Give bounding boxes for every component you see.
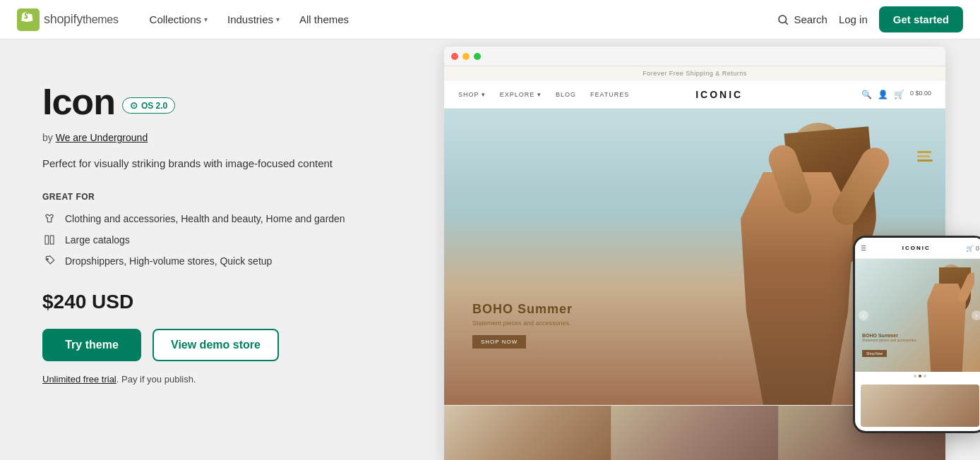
browser-minimize-dot bbox=[462, 53, 470, 60]
mobile-preview: ☰ ICONIC 🛒 0 ‹ › bbox=[853, 236, 980, 433]
theme-title: Icon bbox=[42, 82, 115, 122]
mobile-woman bbox=[918, 259, 974, 372]
theme-preview-panel: Forever Free Shipping & Returns SHOP ▾ E… bbox=[410, 40, 980, 460]
logo-text: shopifythemes bbox=[44, 12, 119, 27]
mobile-cart-icon: 🛒 0 bbox=[966, 245, 979, 252]
mobile-hero-subtitle: Statement pieces and accessories. bbox=[862, 338, 917, 342]
industries-nav-link[interactable]: Industries ▾ bbox=[219, 8, 288, 31]
demo-cart-icon: 🛒 bbox=[894, 90, 904, 99]
demo-thumb-1 bbox=[444, 406, 611, 460]
hero-shop-now-button[interactable]: Shop Now bbox=[472, 335, 526, 349]
demo-cart-count: 0 $0.00 bbox=[910, 90, 931, 99]
demo-shop-link: SHOP ▾ bbox=[458, 91, 486, 98]
next-arrow-icon[interactable]: › bbox=[972, 310, 980, 320]
mobile-menu-icon: ☰ bbox=[861, 245, 866, 252]
clothing-icon bbox=[42, 212, 56, 226]
all-themes-label: All themes bbox=[299, 13, 349, 25]
hero-subtitle: Statement pieces and accessories. bbox=[472, 320, 573, 327]
search-label: Search bbox=[794, 13, 827, 25]
demo-thumb-2 bbox=[611, 406, 778, 460]
svg-point-1 bbox=[779, 16, 787, 23]
theme-price: $240 USD bbox=[42, 291, 367, 313]
get-started-button[interactable]: Get started bbox=[879, 6, 963, 32]
author-link[interactable]: We are Underground bbox=[56, 132, 148, 143]
demo-blog-link: BLOG bbox=[556, 91, 576, 98]
feature-text-dropshippers: Dropshippers, High-volume stores, Quick … bbox=[65, 255, 272, 267]
nav-links: Collections ▾ Industries ▾ All themes bbox=[141, 8, 777, 31]
feature-item-dropshippers: Dropshippers, High-volume stores, Quick … bbox=[42, 254, 367, 268]
browser-maximize-dot bbox=[474, 53, 481, 60]
svg-rect-3 bbox=[45, 236, 49, 244]
feature-text-clothing: Clothing and accessories, Health and bea… bbox=[65, 213, 345, 224]
demo-nav: SHOP ▾ EXPLORE ▾ BLOG FEATURES ICONIC 🔍 … bbox=[444, 80, 945, 109]
mobile-brand: ICONIC bbox=[902, 245, 931, 251]
search-icon bbox=[777, 13, 789, 26]
os-badge-icon: ⊙ bbox=[130, 100, 138, 111]
mobile-nav: ☰ ICONIC 🛒 0 bbox=[855, 238, 980, 259]
all-themes-nav-link[interactable]: All themes bbox=[291, 8, 357, 31]
pagination-dot-1 bbox=[914, 375, 916, 377]
pagination-dot-3 bbox=[924, 375, 926, 377]
prev-arrow-icon[interactable]: ‹ bbox=[859, 310, 868, 320]
pagination-dot-2 bbox=[919, 375, 921, 377]
mobile-thumbnail bbox=[861, 385, 979, 427]
demo-explore-link: EXPLORE ▾ bbox=[500, 91, 542, 98]
industries-label: Industries bbox=[227, 13, 273, 25]
theme-detail-panel: Icon ⊙ OS 2.0 by We are Underground Perf… bbox=[0, 40, 410, 460]
demo-search-icon: 🔍 bbox=[861, 90, 872, 99]
feature-list: Clothing and accessories, Health and bea… bbox=[42, 212, 367, 268]
os-badge-text: OS 2.0 bbox=[141, 101, 167, 111]
mobile-screen: ☰ ICONIC 🛒 0 ‹ › bbox=[855, 238, 980, 431]
try-theme-button[interactable]: Try theme bbox=[42, 329, 141, 361]
author-prefix: by bbox=[42, 132, 56, 143]
mobile-hero-title: BOHO Summer bbox=[862, 333, 917, 338]
hero-text-overlay: BOHO Summer Statement pieces and accesso… bbox=[472, 302, 573, 349]
search-button[interactable]: Search bbox=[777, 13, 827, 26]
book-icon bbox=[42, 233, 56, 247]
view-demo-button[interactable]: View demo store bbox=[153, 329, 279, 361]
demo-topbar: Forever Free Shipping & Returns bbox=[444, 66, 945, 80]
feature-item-clothing: Clothing and accessories, Health and bea… bbox=[42, 212, 367, 226]
demo-features-link: FEATURES bbox=[590, 91, 629, 98]
logo[interactable]: shopifythemes bbox=[17, 8, 119, 31]
login-link[interactable]: Log in bbox=[839, 13, 868, 25]
tag-icon bbox=[42, 254, 56, 268]
trial-note: Unlimited free trial. Pay if you publish… bbox=[42, 374, 367, 385]
industries-chevron-icon: ▾ bbox=[276, 16, 280, 23]
mobile-shop-now-button[interactable]: Shop Now bbox=[862, 350, 887, 357]
browser-chrome bbox=[444, 47, 945, 66]
os-badge: ⊙ OS 2.0 bbox=[122, 97, 175, 114]
feature-text-catalogs: Large catalogs bbox=[65, 234, 130, 246]
mobile-hero: ‹ › BOHO Summer Statement pieces and acc… bbox=[855, 259, 980, 372]
svg-line-2 bbox=[786, 22, 788, 24]
collections-label: Collections bbox=[150, 13, 201, 25]
collections-chevron-icon: ▾ bbox=[204, 16, 208, 23]
collections-nav-link[interactable]: Collections ▾ bbox=[141, 8, 216, 31]
demo-brand: ICONIC bbox=[695, 89, 743, 100]
hero-title: BOHO Summer bbox=[472, 302, 573, 317]
jewelry-hint bbox=[917, 151, 933, 162]
mobile-pagination bbox=[855, 372, 980, 380]
demo-topbar-text: Forever Free Shipping & Returns bbox=[643, 70, 747, 77]
theme-author: by We are Underground bbox=[42, 132, 367, 143]
demo-nav-icons: 🔍 👤 🛒 0 $0.00 bbox=[861, 90, 931, 99]
feature-item-catalogs: Large catalogs bbox=[42, 233, 367, 247]
great-for-label: GREAT FOR bbox=[42, 192, 367, 202]
trial-text: . Pay if you publish. bbox=[116, 374, 196, 385]
browser-close-dot bbox=[451, 53, 458, 60]
mobile-hero-text: BOHO Summer Statement pieces and accesso… bbox=[862, 333, 917, 358]
demo-user-icon: 👤 bbox=[878, 90, 888, 99]
main-content: Icon ⊙ OS 2.0 by We are Underground Perf… bbox=[0, 40, 980, 460]
shopify-logo-icon bbox=[17, 8, 40, 31]
action-buttons: Try theme View demo store bbox=[42, 329, 367, 361]
theme-description: Perfect for visually striking brands wit… bbox=[42, 156, 367, 172]
free-trial-link[interactable]: Unlimited free trial bbox=[42, 374, 116, 385]
svg-point-5 bbox=[47, 258, 48, 260]
nav-right: Search Log in Get started bbox=[777, 6, 963, 32]
theme-title-row: Icon ⊙ OS 2.0 bbox=[42, 82, 367, 128]
navbar: shopifythemes Collections ▾ Industries ▾… bbox=[0, 0, 980, 40]
svg-rect-4 bbox=[50, 236, 54, 244]
